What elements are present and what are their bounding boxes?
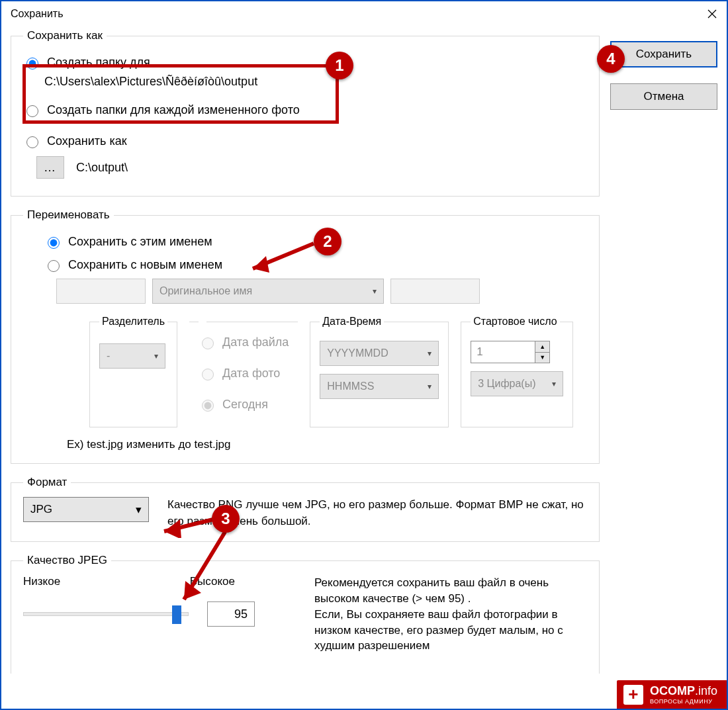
format-select[interactable]: JPG ▾ [23,497,149,522]
radio-new-name-label: Сохранить с новым именем [68,258,222,272]
separator-select-value: - [107,350,110,362]
callout-1: 1 [326,52,353,79]
sub-separator: Разделитель - ▾ [89,316,177,427]
group-quality-legend: Качество JPEG [23,554,111,567]
sub-separator-legend: Разделитель [99,316,167,328]
chevron-down-icon: ▾ [154,351,158,361]
digits-value: 3 Цифра(ы) [478,378,535,390]
radio-date-photo-input[interactable] [202,369,214,380]
callout-3: 3 [212,505,240,533]
radio-new-name-input[interactable] [48,260,60,272]
group-save-as: Сохранить как Создать папку для C:\Users… [11,29,600,197]
startnum-value: 1 [471,341,535,363]
radio-keep-name-label: Сохранить с этим именем [68,235,212,249]
radio-save-as[interactable]: Сохранить как [23,134,587,148]
radio-date-file[interactable]: Дата файла [199,335,289,349]
radio-create-folders-each-input[interactable] [26,105,38,117]
window-title: Сохранить [11,8,64,20]
radio-create-folder-input[interactable] [26,58,38,69]
spinner-up-icon[interactable]: ▲ [535,341,549,353]
callout-4: 4 [597,45,625,73]
date-format-value: YYYYMMDD [327,347,388,359]
prefix-input[interactable] [56,279,146,304]
sub-date-source: . Дата файла Дата фото Сегодня [189,316,298,427]
chevron-down-icon: ▾ [136,503,142,517]
digits-select[interactable]: 3 Цифра(ы) ▾ [471,371,563,396]
create-folder-path: C:\Users\alex\Pictures\Ñêðèíøîòû\output [44,75,587,89]
sub-startnum: Стартовое число 1 ▲▼ 3 Цифра(ы) ▾ [461,316,573,427]
sub-datetime-legend: Дата-Время [320,316,384,328]
callout-2: 2 [314,228,341,255]
radio-date-today-input[interactable] [202,400,214,412]
quality-slider[interactable] [23,612,189,616]
watermark-brand: OCOMP [650,684,695,697]
radio-date-today[interactable]: Сегодня [199,398,289,412]
format-select-value: JPG [30,503,52,516]
save-button[interactable]: Сохранить [610,41,717,67]
radio-save-as-input[interactable] [26,136,38,148]
radio-date-photo[interactable]: Дата фото [199,367,289,380]
radio-new-name[interactable]: Сохранить с новым именем [44,258,587,272]
chevron-down-icon: ▾ [428,382,432,391]
group-format: Формат JPG ▾ Качество PNG лучше чем JPG,… [11,476,600,542]
watermark: + OCOMP.info ВОПРОСЫ АДМИНУ [617,680,727,709]
group-format-legend: Формат [23,476,71,489]
radio-date-file-input[interactable] [202,337,214,349]
radio-create-folder-label: Создать папку для [47,56,150,69]
spinner-down-icon[interactable]: ▼ [535,353,549,363]
quality-value[interactable]: 95 [207,601,255,627]
quality-low-label: Низкое [23,575,60,588]
sub-datetime: Дата-Время YYYYMMDD ▾ HHMMSS ▾ [310,316,449,427]
group-rename: Переименовать Сохранить с этим именем Со… [11,208,600,464]
time-format-select[interactable]: HHMMSS ▾ [320,374,439,399]
quality-slider-thumb[interactable] [172,605,181,624]
titlebar: Сохранить [1,1,727,26]
group-rename-legend: Переименовать [23,208,114,222]
chevron-down-icon: ▾ [373,287,377,296]
save-dialog: Сохранить Сохранить как Создать папку дл… [0,0,728,710]
browse-button[interactable]: … [36,156,64,179]
original-name-select-value: Оригинальное имя [159,285,252,297]
separator-select[interactable]: - ▾ [99,343,165,369]
date-format-select[interactable]: YYYYMMDD ▾ [320,341,439,366]
group-quality: Качество JPEG Низкое Высокое 95 [11,554,600,674]
cancel-button[interactable]: Отмена [610,83,717,110]
quality-high-label: Высокое [190,575,235,588]
radio-date-file-label: Дата файла [222,335,289,349]
radio-create-folder[interactable]: Создать папку для [23,56,587,69]
watermark-plus-icon: + [623,685,643,705]
radio-save-as-label: Сохранить как [47,134,127,148]
time-format-value: HHMMSS [327,380,374,392]
watermark-tagline: ВОПРОСЫ АДМИНУ [650,698,717,705]
radio-create-folders-each[interactable]: Создать папки для каждой измененного фот… [23,103,587,117]
chevron-down-icon: ▾ [552,379,556,388]
sub-startnum-legend: Стартовое число [471,316,559,328]
radio-create-folders-each-label: Создать папки для каждой измененного фот… [47,103,300,117]
startnum-spinner[interactable]: 1 ▲▼ [471,341,550,363]
suffix-input[interactable] [390,279,480,304]
save-as-path: C:\output\ [76,161,128,175]
group-save-as-legend: Сохранить как [23,29,107,42]
chevron-down-icon: ▾ [428,349,432,358]
close-icon[interactable] [699,1,725,26]
radio-date-today-label: Сегодня [222,398,268,412]
original-name-select[interactable]: Оригинальное имя ▾ [152,279,384,304]
quality-note: Рекомендуется сохранить ваш файл в очень… [314,575,587,654]
radio-keep-name-input[interactable] [48,237,60,249]
watermark-tld: .info [695,684,717,697]
rename-example: Ex) test.jpg изменить до test.jpg [67,438,587,451]
radio-date-photo-label: Дата фото [222,367,280,380]
